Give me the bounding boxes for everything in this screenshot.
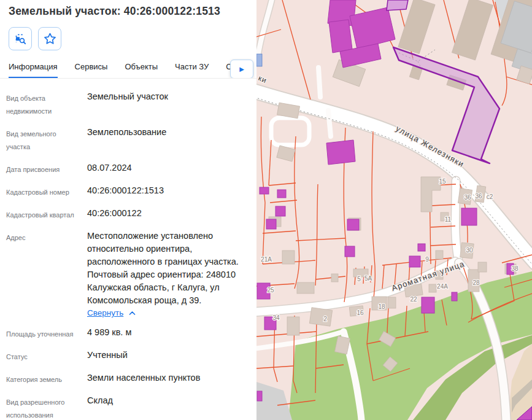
field-value: Склад [87, 394, 113, 420]
field-value: 08.07.2024 [87, 161, 132, 176]
field-label: Адрес [6, 230, 87, 318]
attributes-list: Вид объекта недвижимости Земельный участ… [0, 79, 256, 420]
parcel-number: 34 [272, 314, 280, 321]
field-row: Дата присвоения 08.07.2024 [6, 161, 249, 176]
tab-bar: Информация Сервисы Объекты Части ЗУ Сост… [0, 58, 256, 79]
misc-features-layer [256, 54, 262, 66]
field-row: Категория земель Земли населенных пункто… [6, 371, 249, 386]
parcel-number: 2 [323, 316, 327, 322]
field-row: Площадь уточненная 4 989 кв. м [6, 326, 249, 341]
field-label: Категория земель [6, 371, 87, 386]
collapse-link-label: Свернуть [87, 308, 123, 317]
parcel-number: 24А [437, 283, 448, 290]
field-label: Площадь уточненная [6, 326, 87, 341]
field-row-address: Адрес Местоположение установлено относит… [6, 230, 249, 318]
parcel-number: 15 [439, 178, 446, 185]
field-label: Статус [6, 349, 87, 364]
locate-on-map-button[interactable] [9, 27, 32, 50]
field-value: 4 989 кв. м [87, 326, 131, 341]
collapse-link[interactable]: Свернуть [87, 308, 136, 317]
favorite-button[interactable] [38, 27, 61, 50]
map-canvas[interactable]: улица Железняки Ароматная улица ки 15 36… [256, 0, 532, 420]
parcel-number: 16 [357, 309, 364, 316]
parcel-number: 11 [445, 216, 452, 223]
page-title: Земельный участок: 40:26:000122:1513 [9, 5, 248, 18]
blue-parcel [256, 54, 262, 66]
field-value: Земельный участок [87, 90, 168, 118]
cadastral-app: Земельный участок: 40:26:000122:1513 Инф… [0, 0, 532, 420]
parcel-number: 36 [475, 193, 482, 200]
parcel-number: 28 [472, 279, 480, 286]
parcel-number: 36 [464, 194, 471, 201]
field-row: Вид разрешенного использования Склад [6, 394, 249, 420]
tabs-scroll-right-button[interactable]: ▶ [230, 60, 253, 79]
triangle-right-icon: ▶ [239, 66, 244, 72]
field-row: Вид объекта недвижимости Земельный участ… [6, 90, 249, 118]
field-label: Вид разрешенного использования [6, 394, 87, 420]
tab-objects[interactable]: Объекты [125, 62, 158, 78]
parcel-number: 30 [466, 247, 473, 254]
star-icon [44, 33, 56, 45]
field-label: Вид земельного участка [6, 126, 87, 154]
toolbar [9, 27, 248, 50]
tab-services[interactable]: Сервисы [75, 62, 108, 78]
field-row: Кадастровый квартал 40:26:000122 [6, 207, 249, 222]
field-value: Земли населенных пунктов [87, 371, 200, 386]
field-value: 40:26:000122 [87, 207, 142, 222]
parcel-number: 38 [511, 265, 519, 272]
info-panel: Земельный участок: 40:26:000122:1513 Инф… [0, 0, 256, 420]
select-area-search-icon [14, 33, 26, 45]
parcel-number: 9 [425, 256, 429, 263]
field-label: Дата присвоения [6, 161, 87, 176]
parcel-number: 21А [261, 256, 272, 263]
parcel-number: 22 [410, 296, 417, 303]
field-label: Кадастровый квартал [6, 207, 87, 222]
tab-information[interactable]: Информация [9, 62, 58, 78]
field-value: 40:26:000122:1513 [87, 184, 164, 199]
field-label: Кадастровый номер [6, 184, 87, 199]
parcel-number: 25 [267, 287, 274, 294]
parcel-number: 5 [357, 276, 361, 282]
parcel-number: с2 [487, 193, 493, 200]
chevron-up-icon [129, 311, 136, 316]
field-row: Вид земельного участка Землепользование [6, 126, 249, 154]
tab-parcel-parts[interactable]: Части ЗУ [175, 62, 209, 78]
field-label: Вид объекта недвижимости [6, 90, 87, 118]
parcel-number: 18 [378, 303, 385, 310]
parcel-number: 5А [364, 275, 372, 282]
field-value: Учтенный [87, 349, 128, 364]
field-value: Местоположение установлено относительно … [87, 230, 249, 307]
field-row: Статус Учтенный [6, 349, 249, 364]
field-value: Землепользование [87, 126, 166, 154]
field-row: Кадастровый номер 40:26:000122:1513 [6, 184, 249, 199]
